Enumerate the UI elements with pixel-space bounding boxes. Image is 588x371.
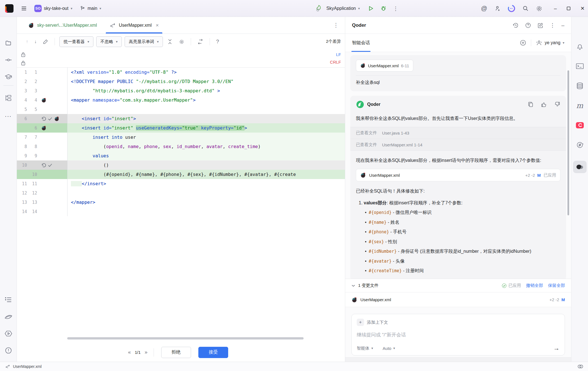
- hide-panel-icon[interactable]: –: [561, 22, 564, 28]
- line-number: 8: [17, 144, 27, 149]
- swap-sides-icon[interactable]: [196, 39, 205, 44]
- tab-usermapper-diff[interactable]: UserMapper.xml ✕: [103, 17, 165, 33]
- branch-selector[interactable]: main ▾: [80, 6, 101, 11]
- account-selector[interactable]: ye yang ▾: [536, 40, 564, 46]
- accept-button[interactable]: 接受: [198, 347, 228, 358]
- panel-options-icon[interactable]: ⋮: [550, 22, 555, 28]
- maven-tool-icon[interactable]: m: [576, 101, 583, 110]
- toolbar-divider: [210, 38, 210, 45]
- list-item: •#{avatar} - 头像: [356, 256, 560, 266]
- learn-tool-icon[interactable]: [5, 73, 12, 81]
- new-chat-compose-icon[interactable]: [537, 22, 544, 28]
- changed-file-row[interactable]: UserMapper.xml +2 -2 M: [345, 292, 571, 307]
- swirl-circle-icon[interactable]: [576, 142, 584, 148]
- active-tab-indicator: [106, 32, 162, 33]
- checked-file-row[interactable]: 已查看文件 UserMapper.xml 1-14: [350, 139, 566, 151]
- diff-editor[interactable]: LF CRLF 11<?xml version="1.0" encoding="…: [17, 50, 345, 343]
- keep-all-link[interactable]: 保留全部: [548, 283, 565, 288]
- code-with-me-icon[interactable]: [494, 5, 501, 12]
- more-actions-icon[interactable]: ⋮: [393, 5, 398, 12]
- run-configuration-selector[interactable]: SkyApplication ▾: [326, 6, 360, 11]
- code-text: [68, 105, 345, 114]
- thumbs-down-icon[interactable]: [554, 101, 560, 108]
- structure-tool-icon[interactable]: [5, 94, 12, 102]
- history-icon[interactable]: [513, 22, 519, 28]
- send-icon[interactable]: →: [553, 345, 560, 352]
- run-button[interactable]: [368, 5, 374, 12]
- undo-icon[interactable]: [41, 117, 46, 121]
- new-session-plus-icon[interactable]: [520, 39, 526, 46]
- chat-scroll-area[interactable]: UserMapper.xml 6-11 补全这条sql Qoder: [345, 52, 571, 279]
- pager-next-icon[interactable]: »: [145, 349, 147, 355]
- commit-tool-icon[interactable]: [5, 56, 12, 64]
- collapse-unchanged-icon[interactable]: [166, 39, 174, 44]
- window-minimize-button[interactable]: –: [554, 6, 557, 12]
- lock-icon[interactable]: [21, 52, 26, 57]
- highlight-mode-dropdown[interactable]: 高亮显示单词 ▾: [125, 36, 163, 47]
- problems-tool-icon[interactable]: [5, 347, 12, 354]
- copy-icon[interactable]: [528, 101, 533, 108]
- line-ending-crlf[interactable]: CRLF: [330, 58, 341, 66]
- ai-assistant-icon[interactable]: [508, 5, 515, 12]
- whitespace-dropdown[interactable]: 不忽略 ▾: [96, 36, 122, 47]
- project-tool-icon[interactable]: [5, 40, 12, 46]
- help-icon[interactable]: [525, 22, 531, 28]
- revert-all-link[interactable]: 撤销全部: [526, 283, 543, 288]
- agent-mode-dropdown[interactable]: 智能体 ▾: [357, 346, 373, 351]
- undo-icon[interactable]: [41, 163, 46, 167]
- qoder-tool-icon-active[interactable]: [573, 161, 587, 173]
- main-menu-icon[interactable]: [21, 5, 27, 12]
- chat-input-card[interactable]: + 添加上下文 继续提问或 "/"新开会话 智能体 ▾ Auto ▾ →: [351, 314, 565, 356]
- debug-button[interactable]: [380, 5, 387, 12]
- todo-tool-icon[interactable]: [5, 296, 12, 303]
- checked-file-row[interactable]: 已查看文件 User.java 1-43: [350, 127, 566, 139]
- next-difference-icon[interactable]: ↓: [33, 39, 38, 44]
- notifications-bell-icon[interactable]: [576, 43, 583, 50]
- lock-icon[interactable]: [21, 60, 26, 66]
- mybatis-bird-icon: [54, 116, 60, 122]
- database-tool-icon[interactable]: [576, 82, 583, 90]
- changed-files-section: 1 变更文件 已应用 撤销全部 保留全部 UserMapper.xml: [345, 279, 571, 307]
- edit-icon[interactable]: [41, 39, 50, 44]
- add-context-button[interactable]: + 添加上下文: [357, 319, 560, 326]
- settings-gear-icon[interactable]: [536, 5, 543, 12]
- status-current-file[interactable]: UserMapper.xml: [5, 364, 42, 369]
- context-file-chip[interactable]: UserMapper.xml 6-11: [356, 60, 413, 71]
- help-icon[interactable]: ?: [214, 39, 221, 45]
- chevron-down-icon[interactable]: [351, 284, 355, 287]
- chat-input-placeholder[interactable]: 继续提问或 "/"新开会话: [357, 332, 560, 338]
- chat-vertical-scrollbar[interactable]: [567, 70, 569, 215]
- mentions-icon[interactable]: @: [481, 5, 487, 12]
- chevron-down-icon: ▾: [563, 41, 564, 45]
- tab-usermapper-source[interactable]: sky-server\...\UserMapper.xml: [22, 17, 103, 33]
- terminal-tool-icon[interactable]: [576, 63, 584, 69]
- diff-settings-gear-icon[interactable]: [177, 39, 186, 45]
- modified-file-card[interactable]: UserMapper.xml +2 -2 M 已应用: [356, 169, 560, 181]
- tab-smart-chat[interactable]: 智能会话: [352, 34, 370, 52]
- services-tool-icon[interactable]: [5, 330, 12, 337]
- more-tool-windows-icon[interactable]: ...: [5, 111, 12, 119]
- tab-options-icon[interactable]: ⋮: [333, 22, 339, 28]
- line-number: 11: [27, 181, 37, 186]
- project-badge: SO: [34, 5, 42, 12]
- pager-prev-icon[interactable]: «: [128, 349, 131, 355]
- previous-difference-icon[interactable]: ↑: [24, 39, 30, 44]
- chip-line-range: 6-11: [401, 63, 409, 68]
- check-icon[interactable]: [48, 117, 52, 121]
- project-selector[interactable]: SO sky-take-out ▾: [34, 5, 72, 12]
- line-ending-lf[interactable]: LF: [330, 51, 341, 58]
- viewer-mode-dropdown[interactable]: 统一查看器 ▾: [59, 36, 93, 47]
- red-plugin-icon[interactable]: [576, 122, 584, 129]
- spring-tool-icon[interactable]: [5, 314, 12, 320]
- close-icon[interactable]: ✕: [156, 23, 159, 28]
- status-right-widget[interactable]: [577, 364, 583, 369]
- reject-button[interactable]: 拒绝: [161, 347, 191, 358]
- horizontal-scrollbar[interactable]: [67, 337, 304, 339]
- search-everywhere-icon[interactable]: [522, 5, 529, 12]
- checked-file: UserMapper.xml 1-14: [382, 142, 422, 147]
- window-maximize-button[interactable]: [566, 6, 571, 11]
- model-dropdown[interactable]: Auto ▾: [383, 346, 395, 351]
- window-close-button[interactable]: ✕: [580, 5, 585, 12]
- thumbs-up-icon[interactable]: [541, 101, 547, 108]
- check-icon[interactable]: [48, 163, 52, 167]
